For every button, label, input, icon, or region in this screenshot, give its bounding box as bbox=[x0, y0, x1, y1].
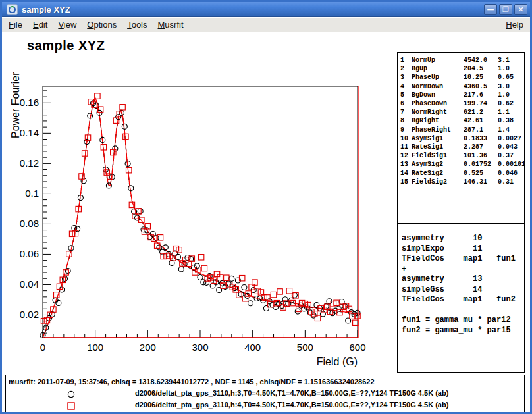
menu-item-edit[interactable]: Edit bbox=[28, 18, 53, 31]
fit-statistics-text: musrfit: 2011-07-09, 15:37:46, chisq = 1… bbox=[9, 378, 375, 386]
root-canvas[interactable]: sample XYZ 01002003004005006000.020.040.… bbox=[2, 33, 530, 412]
theory-line-4: asymmetry 13 bbox=[402, 274, 524, 285]
fit-parameters-box: 1NormUp4542.03.12BgUp204.51.03PhaseUp18.… bbox=[397, 52, 525, 224]
svg-text:400: 400 bbox=[244, 342, 261, 353]
minimize-button[interactable]: — bbox=[484, 4, 497, 15]
param-row-AsymSig1: 10AsymSig10.18330.0027 bbox=[400, 134, 524, 143]
fit-line-black-dashed bbox=[43, 98, 358, 338]
menu-item-help[interactable]: Help bbox=[500, 18, 529, 31]
theory-line-9: fun2 = gamma_mu * par15 bbox=[402, 326, 524, 336]
theory-line-2: TFieldCos map1 fun1 bbox=[402, 254, 524, 265]
theory-box: asymmetry 10simplExpo 11TFieldCos map1 f… bbox=[397, 224, 525, 373]
param-row-BgRight: 8BgRight42.610.38 bbox=[400, 116, 524, 125]
series-circles bbox=[40, 101, 360, 338]
param-row-BgDown: 5BgDown217.61.0 bbox=[400, 91, 524, 99]
theory-line-5: simpleGss 14 bbox=[402, 285, 524, 296]
param-row-RateSig1: 11RateSig12.2870.043 bbox=[400, 143, 524, 151]
menubar: FileEditViewOptionsToolsMusrfitHelp bbox=[2, 18, 530, 32]
axis-ticks bbox=[43, 91, 358, 338]
svg-text:0.12: 0.12 bbox=[20, 157, 39, 168]
svg-text:0.04: 0.04 bbox=[20, 278, 39, 290]
root-app-icon[interactable] bbox=[7, 4, 18, 15]
param-row-FieldSig1: 12FieldSig1101.360.37 bbox=[400, 151, 524, 160]
legend-row-0: d2006/deltat_pta_gps_3110,h:3,T0=4.50K,T… bbox=[6, 388, 524, 400]
param-row-RateSig2: 14RateSig20.5250.046 bbox=[400, 169, 524, 178]
open-square-icon bbox=[66, 401, 76, 411]
param-row-NormUp: 1NormUp4542.03.1 bbox=[400, 56, 524, 65]
svg-text:300: 300 bbox=[192, 342, 208, 353]
plot-frame bbox=[43, 86, 358, 338]
svg-text:0.06: 0.06 bbox=[20, 248, 39, 259]
menu-item-options[interactable]: Options bbox=[82, 18, 122, 31]
param-row-FieldSig2: 15FieldSig2146.310.31 bbox=[400, 178, 524, 186]
svg-text:0.14: 0.14 bbox=[20, 127, 39, 138]
theory-line-6: TFieldCos map1 fun2 bbox=[402, 295, 524, 305]
theory-line-3: + bbox=[402, 265, 524, 275]
fit-line-red bbox=[43, 98, 358, 338]
theory-line-8: fun1 = gamma_mu * par12 bbox=[402, 315, 524, 326]
legend-label-1: d2006/deltat_pta_gps_3110,h:4,T0=4.50K,T… bbox=[135, 401, 448, 409]
legend-label-0: d2006/deltat_pta_gps_3110,h:3,T0=4.50K,T… bbox=[135, 389, 448, 397]
legend-row-1: d2006/deltat_pta_gps_3110,h:4,T0=4.50K,T… bbox=[6, 400, 524, 412]
svg-text:0.08: 0.08 bbox=[20, 218, 39, 229]
svg-text:0.16: 0.16 bbox=[20, 97, 39, 108]
root-logo-swirl-icon bbox=[9, 6, 16, 13]
menu-item-musrfit[interactable]: Musrfit bbox=[153, 18, 189, 31]
theory-line-1: simplExpo 11 bbox=[402, 244, 524, 255]
x-axis-label: Field (G) bbox=[317, 356, 358, 367]
open-circle-icon bbox=[66, 390, 76, 399]
svg-text:600: 600 bbox=[349, 342, 365, 353]
y-axis-label: Power Fourier bbox=[10, 72, 21, 138]
menu-item-tools[interactable]: Tools bbox=[122, 18, 152, 31]
svg-text:0: 0 bbox=[40, 342, 45, 353]
param-row-PhaseUp: 3PhaseUp18.250.65 bbox=[400, 73, 524, 82]
param-row-NormDown: 4NormDown4360.53.0 bbox=[400, 82, 524, 91]
param-row-NormRight: 7NormRight621.21.1 bbox=[400, 108, 524, 116]
theory-line-7 bbox=[402, 305, 524, 316]
svg-text:200: 200 bbox=[140, 342, 156, 353]
app-window: sample XYZ — ❐ ✕ FileEditViewOptionsTool… bbox=[0, 0, 532, 414]
svg-text:100: 100 bbox=[87, 342, 103, 353]
param-row-AsymSig2: 13AsymSig20.017520.00101 bbox=[400, 160, 524, 168]
svg-text:0.02: 0.02 bbox=[20, 309, 39, 320]
plot-data bbox=[40, 93, 360, 338]
maximize-button[interactable]: ❐ bbox=[499, 4, 512, 15]
titlebar[interactable]: sample XYZ — ❐ ✕ bbox=[2, 2, 530, 17]
param-row-PhaseDown: 6PhaseDown199.740.62 bbox=[400, 99, 524, 108]
fit-info-legend-box: musrfit: 2011-07-09, 15:37:46, chisq = 1… bbox=[5, 375, 525, 413]
theory-line-0: asymmetry 10 bbox=[402, 234, 524, 244]
close-button[interactable]: ✕ bbox=[514, 4, 527, 15]
window-title: sample XYZ bbox=[22, 5, 482, 14]
param-row-BgUp: 2BgUp204.51.0 bbox=[400, 65, 524, 73]
param-row-PhaseRight: 9PhaseRight287.11.4 bbox=[400, 126, 524, 134]
menu-item-file[interactable]: File bbox=[3, 18, 28, 31]
svg-text:0.1: 0.1 bbox=[25, 188, 39, 199]
menu-item-view[interactable]: View bbox=[53, 18, 82, 31]
svg-text:500: 500 bbox=[297, 342, 313, 353]
